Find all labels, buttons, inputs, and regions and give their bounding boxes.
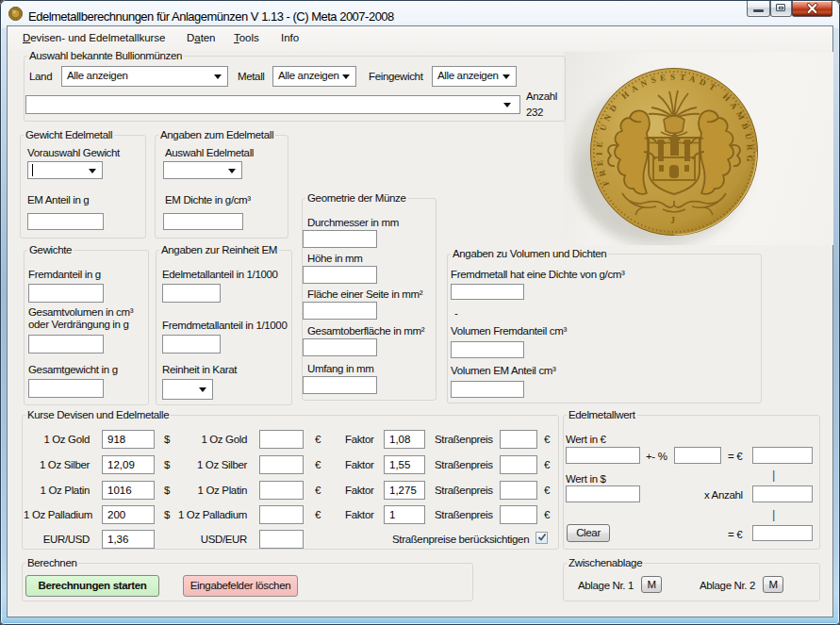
svg-text:J: J bbox=[670, 215, 675, 225]
